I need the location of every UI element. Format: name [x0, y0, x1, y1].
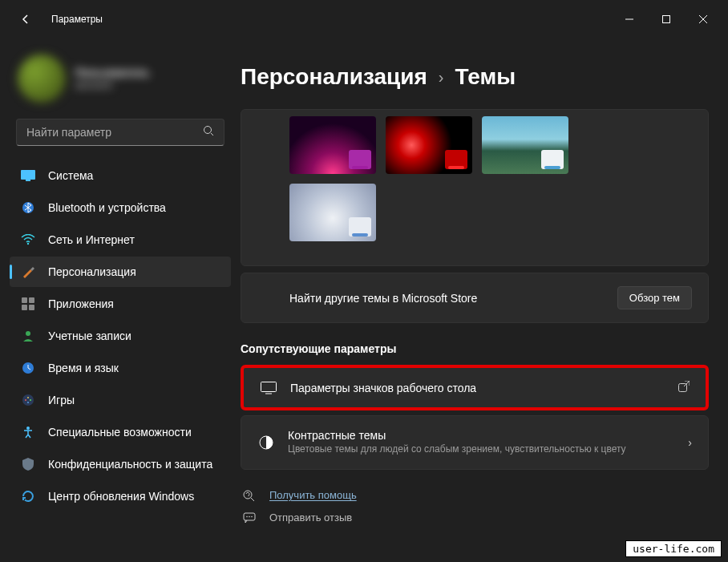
shield-icon: [21, 457, 35, 471]
update-icon: [21, 489, 35, 503]
svg-point-25: [251, 516, 253, 517]
contrast-themes-row[interactable]: Контрастные темы Цветовые темы для людей…: [241, 415, 709, 470]
svg-point-5: [27, 243, 29, 245]
account-name: Пользователь: [75, 67, 149, 79]
footer-link-label: Получить помощь: [269, 489, 357, 501]
svg-point-13: [25, 399, 26, 401]
chevron-right-icon: ›: [688, 436, 692, 449]
get-help-link[interactable]: Получить помощь: [241, 484, 709, 507]
sidebar-item-label: Система: [48, 169, 93, 182]
browse-themes-button[interactable]: Обзор тем: [617, 286, 692, 309]
sidebar-item-time[interactable]: Время и язык: [10, 353, 231, 383]
brush-icon: [21, 265, 35, 279]
wifi-icon: [21, 232, 35, 247]
theme-thumbnail[interactable]: [482, 116, 568, 174]
bluetooth-icon: [21, 200, 35, 215]
setting-subtitle: Цветовые темы для людей со слабым зрение…: [288, 443, 675, 456]
svg-rect-6: [22, 297, 27, 303]
theme-thumbnail[interactable]: [289, 116, 376, 174]
svg-point-14: [30, 399, 31, 401]
svg-rect-9: [29, 305, 34, 310]
sidebar-item-system[interactable]: Система: [10, 160, 231, 191]
sidebar-item-privacy[interactable]: Конфиденциальность и защита: [10, 449, 231, 479]
svg-point-1: [204, 127, 212, 134]
svg-point-12: [22, 394, 34, 406]
search-field[interactable]: [26, 126, 203, 139]
apps-icon: [21, 297, 35, 311]
avatar: [18, 55, 66, 103]
svg-rect-2: [21, 170, 35, 180]
sidebar-item-label: Игры: [48, 394, 75, 406]
svg-point-17: [26, 427, 30, 430]
svg-point-15: [27, 397, 29, 398]
sidebar-item-label: Время и язык: [48, 362, 119, 374]
search-icon: [203, 125, 214, 139]
sidebar-item-bluetooth[interactable]: Bluetooth и устройства: [10, 192, 231, 223]
feedback-icon: [241, 511, 258, 524]
accessibility-icon: [21, 425, 35, 439]
footer-link-label: Отправить отзыв: [269, 511, 352, 524]
breadcrumb: Персонализация › Темы: [241, 38, 709, 109]
breadcrumb-current: Темы: [455, 64, 516, 90]
watermark: user-life.com: [625, 540, 722, 557]
help-icon: [241, 489, 258, 502]
svg-point-24: [249, 516, 250, 517]
sidebar: Пользователь account Система: [0, 38, 241, 562]
titlebar: Параметры: [0, 0, 728, 38]
maximize-button[interactable]: [648, 6, 685, 32]
sidebar-item-games[interactable]: Игры: [10, 385, 231, 415]
svg-point-21: [244, 491, 252, 499]
main-content: Персонализация › Темы Найти другие темы …: [241, 38, 728, 562]
user-icon: [21, 329, 35, 343]
sidebar-item-label: Персонализация: [48, 265, 136, 278]
svg-rect-8: [22, 305, 27, 310]
theme-thumbnail[interactable]: [289, 184, 376, 241]
section-header-related: Сопутствующие параметры: [241, 342, 709, 355]
theme-thumbnail[interactable]: [386, 116, 472, 174]
search-input[interactable]: [16, 119, 224, 146]
close-button[interactable]: [685, 6, 722, 32]
store-text: Найти другие темы в Microsoft Store: [289, 292, 477, 305]
sidebar-item-apps[interactable]: Приложения: [10, 289, 231, 319]
sidebar-item-update[interactable]: Центр обновления Windows: [10, 481, 231, 511]
svg-rect-18: [261, 382, 277, 391]
sidebar-item-label: Конфиденциальность и защита: [48, 458, 212, 471]
svg-point-10: [26, 331, 30, 336]
sidebar-item-personalization[interactable]: Персонализация: [10, 257, 231, 287]
open-external-icon: [678, 381, 690, 394]
account-block[interactable]: Пользователь account: [10, 38, 231, 119]
svg-rect-7: [29, 297, 34, 303]
sidebar-item-label: Центр обновления Windows: [48, 490, 194, 503]
svg-rect-0: [663, 16, 670, 23]
svg-point-16: [27, 402, 29, 403]
store-row: Найти другие темы в Microsoft Store Обзо…: [241, 273, 709, 323]
display-icon: [260, 382, 277, 394]
sidebar-item-label: Специальные возможности: [48, 426, 192, 439]
svg-rect-3: [26, 180, 30, 181]
minimize-button[interactable]: [611, 6, 648, 32]
setting-title: Параметры значков рабочего стола: [290, 382, 665, 394]
desktop-icon-settings-row[interactable]: Параметры значков рабочего стола: [241, 365, 709, 410]
send-feedback-link[interactable]: Отправить отзыв: [241, 507, 709, 529]
app-title: Параметры: [51, 14, 103, 25]
clock-icon: [21, 361, 35, 375]
svg-point-23: [246, 516, 248, 517]
contrast-icon: [257, 435, 275, 451]
chevron-right-icon: ›: [439, 68, 444, 87]
setting-title: Контрастные темы: [288, 429, 675, 442]
sidebar-item-label: Приложения: [48, 297, 114, 310]
sidebar-item-network[interactable]: Сеть и Интернет: [10, 224, 231, 255]
themes-card: [241, 109, 709, 266]
sidebar-item-accessibility[interactable]: Специальные возможности: [10, 417, 231, 447]
games-icon: [21, 393, 35, 407]
breadcrumb-root[interactable]: Персонализация: [241, 64, 427, 90]
nav-list: Система Bluetooth и устройства Сеть и Ин…: [10, 160, 231, 511]
sidebar-item-label: Учетные записи: [48, 330, 131, 342]
back-button[interactable]: [13, 6, 38, 32]
sidebar-item-label: Сеть и Интернет: [48, 233, 135, 246]
system-icon: [21, 168, 35, 183]
account-email: account: [75, 79, 149, 91]
sidebar-item-accounts[interactable]: Учетные записи: [10, 321, 231, 351]
sidebar-item-label: Bluetooth и устройства: [48, 201, 166, 214]
